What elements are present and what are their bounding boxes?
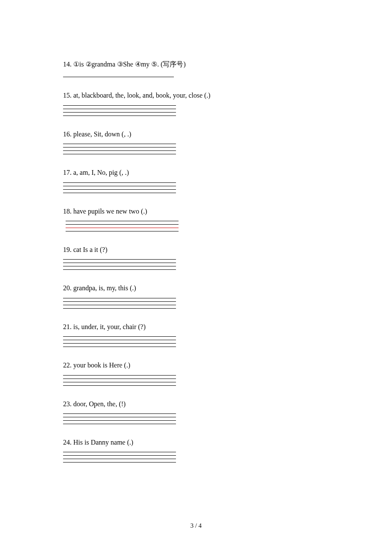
question-19: 19. cat Is a it (?) [63, 245, 329, 270]
question-17: 17. a, am, I, No, pig (, .) [63, 168, 329, 193]
question-body: His is Danny name (.) [73, 439, 133, 446]
question-number: 18. [63, 208, 72, 215]
answer-blank[interactable] [63, 77, 174, 77]
question-body: grandpa, is, my, this (.) [73, 284, 136, 292]
question-number: 21. [63, 323, 72, 330]
question-body: is, under, it, your, chair (?) [73, 323, 146, 330]
question-number: 24. [63, 439, 72, 446]
question-text: 23. door, Open, the, (!) [63, 399, 329, 409]
question-text: 15. at, blackboard, the, look, and, book… [63, 91, 329, 100]
question-text: 21. is, under, it, your, chair (?) [63, 322, 329, 332]
answer-lines[interactable] [66, 218, 179, 231]
question-22: 22. your book is Here (.) [63, 361, 329, 385]
answer-lines[interactable] [63, 449, 176, 462]
question-body: please, Sit, down (, .) [73, 130, 131, 138]
question-body: door, Open, the, (!) [73, 400, 126, 408]
question-24: 24. His is Danny name (.) [63, 438, 329, 462]
answer-lines[interactable] [63, 256, 176, 270]
answer-lines[interactable] [63, 179, 176, 193]
question-14: 14. ①is ②grandma ③She ④my ⑤. (写序号) [63, 60, 329, 77]
question-text: 24. His is Danny name (.) [63, 438, 329, 447]
question-number: 20. [63, 284, 72, 292]
question-body: at, blackboard, the, look, and, book, yo… [73, 92, 210, 99]
answer-lines[interactable] [63, 333, 176, 347]
question-21: 21. is, under, it, your, chair (?) [63, 322, 329, 347]
question-body: your book is Here (.) [73, 361, 130, 369]
answer-lines[interactable] [63, 410, 176, 424]
answer-lines[interactable] [63, 141, 176, 154]
question-number: 23. [63, 400, 72, 408]
question-23: 23. door, Open, the, (!) [63, 399, 329, 424]
question-text: 22. your book is Here (.) [63, 361, 329, 370]
question-16: 16. please, Sit, down (, .) [63, 130, 329, 154]
answer-lines[interactable] [63, 102, 176, 116]
question-15: 15. at, blackboard, the, look, and, book… [63, 91, 329, 116]
answer-lines[interactable] [63, 295, 176, 309]
question-text: 20. grandpa, is, my, this (.) [63, 283, 329, 293]
question-text: 19. cat Is a it (?) [63, 245, 329, 254]
question-20: 20. grandpa, is, my, this (.) [63, 283, 329, 308]
question-number: 19. [63, 246, 72, 253]
answer-lines[interactable] [63, 372, 176, 386]
page-number: 3 / 4 [0, 522, 392, 529]
question-number: 15. [63, 92, 72, 99]
question-text: 14. ①is ②grandma ③She ④my ⑤. (写序号) [63, 60, 329, 69]
question-body: cat Is a it (?) [73, 246, 107, 253]
question-text: 18. have pupils we new two (.) [63, 207, 329, 216]
question-number: 22. [63, 361, 72, 369]
question-text: 17. a, am, I, No, pig (, .) [63, 168, 329, 177]
question-body: a, am, I, No, pig (, .) [73, 169, 129, 176]
question-number: 14. [63, 61, 72, 68]
question-number: 17. [63, 169, 72, 176]
question-18: 18. have pupils we new two (.) [63, 207, 329, 231]
question-body: have pupils we new two (.) [73, 208, 147, 215]
question-text: 16. please, Sit, down (, .) [63, 130, 329, 139]
question-body: ①is ②grandma ③She ④my ⑤. (写序号) [73, 61, 186, 68]
question-number: 16. [63, 130, 72, 138]
